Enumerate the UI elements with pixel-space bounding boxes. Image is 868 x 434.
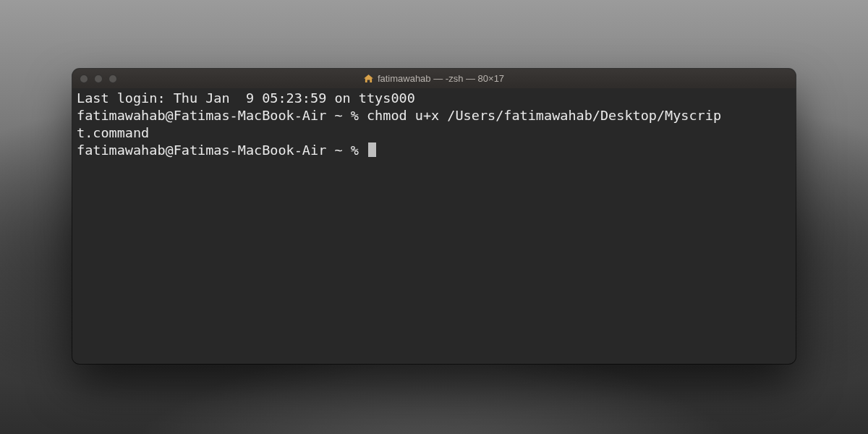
window-titlebar[interactable]: fatimawahab — -zsh — 80×17 [72, 69, 796, 89]
close-button[interactable] [80, 75, 88, 83]
terminal-content[interactable]: Last login: Thu Jan 9 05:23:59 on ttys00… [72, 88, 796, 364]
last-login-line: Last login: Thu Jan 9 05:23:59 on ttys00… [77, 90, 415, 106]
shell-prompt-2: fatimawahab@Fatimas-MacBook-Air ~ % [77, 142, 367, 158]
fullscreen-button[interactable] [109, 75, 117, 83]
home-icon [364, 75, 373, 83]
terminal-window[interactable]: fatimawahab — -zsh — 80×17 Last login: T… [72, 69, 796, 364]
window-title-text: fatimawahab — -zsh — 80×17 [378, 73, 504, 84]
desktop-background: fatimawahab — -zsh — 80×17 Last login: T… [0, 0, 868, 434]
shell-prompt-1: fatimawahab@Fatimas-MacBook-Air ~ % [77, 108, 367, 123]
command-text-part2: t.command [77, 125, 149, 140]
traffic-lights [80, 75, 117, 83]
text-cursor [368, 142, 376, 157]
command-text-part1: chmod u+x /Users/fatimawahab/Desktop/Mys… [367, 108, 721, 123]
minimize-button[interactable] [94, 75, 103, 83]
